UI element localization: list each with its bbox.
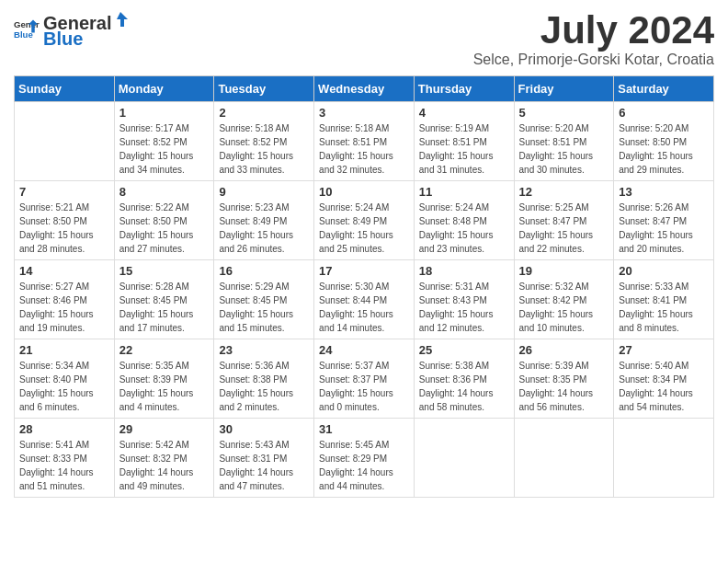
day-number: 17 [319,264,409,278]
day-info: Sunrise: 5:40 AM Sunset: 8:34 PM Dayligh… [619,359,709,414]
header-cell-saturday: Saturday [614,76,714,102]
day-number: 26 [519,343,609,357]
title-area: July 2024 Selce, Primorje-Gorski Kotar, … [473,9,714,68]
calendar-cell: 15Sunrise: 5:28 AM Sunset: 8:45 PM Dayli… [114,260,214,339]
day-info: Sunrise: 5:45 AM Sunset: 8:29 PM Dayligh… [319,438,409,493]
calendar-cell: 3Sunrise: 5:18 AM Sunset: 8:51 PM Daylig… [314,102,415,181]
day-info: Sunrise: 5:22 AM Sunset: 8:50 PM Dayligh… [119,201,210,256]
day-info: Sunrise: 5:41 AM Sunset: 8:33 PM Dayligh… [19,438,109,493]
calendar-cell [414,419,514,498]
day-number: 22 [119,343,210,357]
calendar-cell: 30Sunrise: 5:43 AM Sunset: 8:31 PM Dayli… [214,419,314,498]
calendar-cell: 2Sunrise: 5:18 AM Sunset: 8:52 PM Daylig… [214,102,314,181]
calendar-cell: 1Sunrise: 5:17 AM Sunset: 8:52 PM Daylig… [114,102,214,181]
header-cell-tuesday: Tuesday [214,76,314,102]
calendar-cell: 12Sunrise: 5:25 AM Sunset: 8:47 PM Dayli… [514,181,614,260]
calendar-cell: 6Sunrise: 5:20 AM Sunset: 8:50 PM Daylig… [614,102,714,181]
day-number: 31 [319,422,409,436]
day-info: Sunrise: 5:20 AM Sunset: 8:51 PM Dayligh… [519,121,609,177]
calendar-week-row: 1Sunrise: 5:17 AM Sunset: 8:52 PM Daylig… [15,102,714,181]
calendar-cell: 31Sunrise: 5:45 AM Sunset: 8:29 PM Dayli… [314,419,415,498]
day-number: 11 [419,185,509,199]
logo-icon: General Blue [14,17,40,42]
day-info: Sunrise: 5:30 AM Sunset: 8:44 PM Dayligh… [319,280,409,335]
calendar-cell: 21Sunrise: 5:34 AM Sunset: 8:40 PM Dayli… [15,339,115,419]
calendar-cell: 27Sunrise: 5:40 AM Sunset: 8:34 PM Dayli… [614,339,714,419]
day-info: Sunrise: 5:28 AM Sunset: 8:45 PM Dayligh… [119,280,210,335]
day-number: 21 [19,343,109,357]
day-number: 18 [419,264,509,278]
calendar-cell: 17Sunrise: 5:30 AM Sunset: 8:44 PM Dayli… [314,260,415,339]
day-number: 20 [619,264,709,278]
calendar-cell: 8Sunrise: 5:22 AM Sunset: 8:50 PM Daylig… [114,181,214,260]
calendar-cell: 26Sunrise: 5:39 AM Sunset: 8:35 PM Dayli… [514,339,614,419]
calendar-cell: 23Sunrise: 5:36 AM Sunset: 8:38 PM Dayli… [214,339,314,419]
calendar-cell: 24Sunrise: 5:37 AM Sunset: 8:37 PM Dayli… [314,339,415,419]
day-number: 29 [119,422,210,436]
day-info: Sunrise: 5:43 AM Sunset: 8:31 PM Dayligh… [219,438,309,493]
header-cell-wednesday: Wednesday [314,76,415,102]
day-number: 9 [219,185,309,199]
day-info: Sunrise: 5:21 AM Sunset: 8:50 PM Dayligh… [19,201,109,256]
day-number: 24 [319,343,409,357]
calendar-cell: 20Sunrise: 5:33 AM Sunset: 8:41 PM Dayli… [614,260,714,339]
day-info: Sunrise: 5:24 AM Sunset: 8:49 PM Dayligh… [319,201,409,256]
day-info: Sunrise: 5:34 AM Sunset: 8:40 PM Dayligh… [19,359,109,414]
day-number: 2 [219,106,309,120]
header-cell-monday: Monday [114,76,214,102]
day-info: Sunrise: 5:20 AM Sunset: 8:50 PM Dayligh… [619,121,709,177]
calendar-table: SundayMondayTuesdayWednesdayThursdayFrid… [14,75,714,498]
day-info: Sunrise: 5:32 AM Sunset: 8:42 PM Dayligh… [519,280,609,335]
header-cell-thursday: Thursday [414,76,514,102]
day-number: 15 [119,264,210,278]
day-info: Sunrise: 5:25 AM Sunset: 8:47 PM Dayligh… [519,201,609,256]
day-number: 5 [519,106,609,120]
calendar-cell: 19Sunrise: 5:32 AM Sunset: 8:42 PM Dayli… [514,260,614,339]
calendar-cell: 9Sunrise: 5:23 AM Sunset: 8:49 PM Daylig… [214,181,314,260]
calendar-cell: 5Sunrise: 5:20 AM Sunset: 8:51 PM Daylig… [514,102,614,181]
calendar-cell: 7Sunrise: 5:21 AM Sunset: 8:50 PM Daylig… [15,181,115,260]
day-info: Sunrise: 5:37 AM Sunset: 8:37 PM Dayligh… [319,359,409,414]
day-number: 19 [519,264,609,278]
calendar-cell: 28Sunrise: 5:41 AM Sunset: 8:33 PM Dayli… [15,419,115,498]
day-info: Sunrise: 5:33 AM Sunset: 8:41 PM Dayligh… [619,280,709,335]
calendar-cell: 14Sunrise: 5:27 AM Sunset: 8:46 PM Dayli… [15,260,115,339]
day-number: 16 [219,264,309,278]
day-info: Sunrise: 5:29 AM Sunset: 8:45 PM Dayligh… [219,280,309,335]
day-number: 1 [119,106,210,120]
calendar-cell: 18Sunrise: 5:31 AM Sunset: 8:43 PM Dayli… [414,260,514,339]
day-info: Sunrise: 5:24 AM Sunset: 8:48 PM Dayligh… [419,201,509,256]
calendar-cell [614,419,714,498]
calendar-body: 1Sunrise: 5:17 AM Sunset: 8:52 PM Daylig… [15,102,714,498]
day-number: 28 [19,422,109,436]
calendar-cell: 22Sunrise: 5:35 AM Sunset: 8:39 PM Dayli… [114,339,214,419]
day-info: Sunrise: 5:39 AM Sunset: 8:35 PM Dayligh… [519,359,609,414]
calendar-week-row: 14Sunrise: 5:27 AM Sunset: 8:46 PM Dayli… [15,260,714,339]
day-number: 27 [619,343,709,357]
calendar-cell: 16Sunrise: 5:29 AM Sunset: 8:45 PM Dayli… [214,260,314,339]
calendar-cell: 13Sunrise: 5:26 AM Sunset: 8:47 PM Dayli… [614,181,714,260]
day-number: 13 [619,185,709,199]
day-number: 10 [319,185,409,199]
day-number: 12 [519,185,609,199]
day-number: 7 [19,185,109,199]
logo-arrow-icon [111,9,131,29]
calendar-cell: 25Sunrise: 5:38 AM Sunset: 8:36 PM Dayli… [414,339,514,419]
day-info: Sunrise: 5:18 AM Sunset: 8:52 PM Dayligh… [219,121,309,177]
calendar-week-row: 21Sunrise: 5:34 AM Sunset: 8:40 PM Dayli… [15,339,714,419]
calendar-cell: 10Sunrise: 5:24 AM Sunset: 8:49 PM Dayli… [314,181,415,260]
month-title: July 2024 [473,9,714,52]
calendar-cell [514,419,614,498]
calendar-header-row: SundayMondayTuesdayWednesdayThursdayFrid… [15,76,714,102]
calendar-cell: 4Sunrise: 5:19 AM Sunset: 8:51 PM Daylig… [414,102,514,181]
day-number: 3 [319,106,409,120]
svg-text:Blue: Blue [14,29,33,40]
header-cell-friday: Friday [514,76,614,102]
calendar-week-row: 28Sunrise: 5:41 AM Sunset: 8:33 PM Dayli… [15,419,714,498]
day-number: 8 [119,185,210,199]
day-info: Sunrise: 5:19 AM Sunset: 8:51 PM Dayligh… [419,121,509,177]
calendar-cell: 11Sunrise: 5:24 AM Sunset: 8:48 PM Dayli… [414,181,514,260]
day-info: Sunrise: 5:35 AM Sunset: 8:39 PM Dayligh… [119,359,210,414]
day-number: 23 [219,343,309,357]
day-number: 30 [219,422,309,436]
